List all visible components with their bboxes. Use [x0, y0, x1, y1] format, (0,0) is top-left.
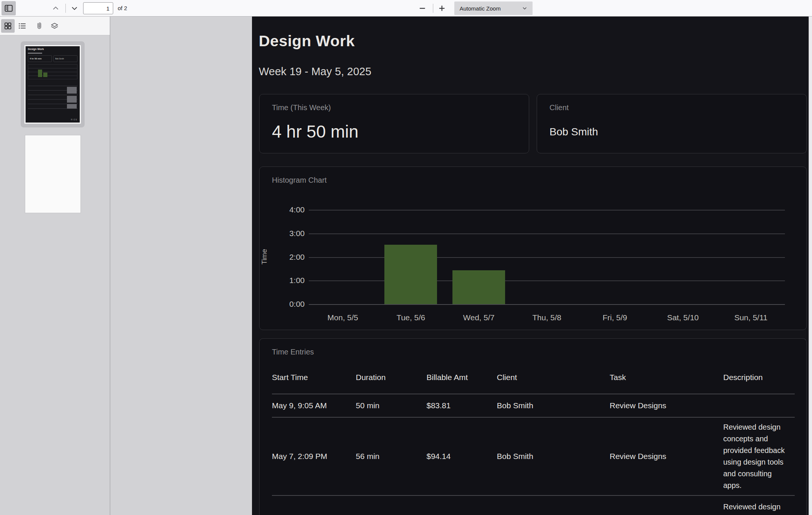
- time-entries-table: Start TimeDurationBillable AmtClientTask…: [272, 361, 795, 515]
- chart-x-tick: Thu, 5/8: [513, 313, 581, 322]
- thumbnail-client-card-sketch: Bob Smith: [53, 55, 77, 62]
- table-header-row: Start TimeDurationBillable AmtClientTask…: [272, 361, 795, 394]
- chart-x-tick: Sun, 5/11: [717, 313, 785, 322]
- layers-icon: [50, 22, 59, 30]
- zoom-level-select[interactable]: Automatic Zoom: [454, 2, 533, 15]
- time-entries-title: Time Entries: [272, 348, 314, 356]
- chart-bar-wed: [452, 270, 505, 304]
- chart-y-tick: 2:00: [271, 253, 305, 262]
- table-cell: May 9, 9:05 AM: [272, 401, 356, 410]
- thumbnail-client-text: Bob Smith: [55, 58, 64, 60]
- document-outline-button[interactable]: [15, 19, 29, 33]
- report-subtitle: Week 19 - May 5, 2025: [259, 65, 371, 78]
- column-header: Task: [610, 373, 723, 382]
- thumbnail-stat-text: 4 hr 50 min: [30, 58, 42, 60]
- pdf-viewer-toolbar: of 2 Automatic Zoom: [0, 0, 812, 17]
- thumbnails-grid-icon: [4, 22, 12, 30]
- time-entries-card: Time Entries Start TimeDurationBillable …: [259, 338, 807, 515]
- table-cell: 56 min: [356, 452, 426, 461]
- outline-list-icon: [18, 22, 26, 30]
- chart-x-tick: Sat, 5/10: [649, 313, 717, 322]
- chart-y-tick: 3:00: [271, 229, 305, 238]
- table-cell: $83.81: [426, 401, 497, 410]
- thumbnail-brand-text: RIZE: [71, 118, 77, 121]
- paperclip-icon: [35, 22, 43, 30]
- table-cell: [426, 496, 497, 501]
- sidebar-view-toolbar: [0, 17, 110, 35]
- sidebar-toggle-icon: [5, 5, 13, 12]
- chart-x-tick: Tue, 5/6: [377, 313, 445, 322]
- thumbnails-view-button[interactable]: [1, 19, 15, 33]
- thumbnail-table-sketch: [28, 82, 77, 109]
- thumbnail-desc-block: [67, 87, 77, 94]
- thumbnail-title-text: Design Work: [28, 48, 44, 50]
- table-cell: Review Designs: [610, 452, 723, 461]
- layers-button[interactable]: [48, 19, 61, 33]
- chart-gridline: [309, 233, 785, 234]
- table-cell: Bob Smith: [497, 452, 610, 461]
- table-cell: Reviewed design: [723, 496, 795, 513]
- table-cell: [272, 496, 356, 501]
- column-header: Start Time: [272, 373, 356, 382]
- sidebar-toggle-button[interactable]: [2, 1, 16, 15]
- chart-y-tick: 0:00: [271, 300, 305, 309]
- page2-thumbnail[interactable]: [25, 135, 80, 213]
- page1-thumbnail[interactable]: Design Work 4 hr 50 min Bob Smith RI: [21, 41, 85, 127]
- chart-y-tick: 4:00: [271, 205, 305, 214]
- chart-gridline: [309, 257, 785, 258]
- toolbar-divider: [433, 4, 433, 13]
- chart-x-tick: Mon, 5/5: [309, 313, 377, 322]
- column-header: Billable Amt: [426, 373, 497, 382]
- table-cell: $94.14: [426, 452, 497, 461]
- thumbnail-chart-sketch: [28, 64, 77, 79]
- page1-thumbnail-preview: Design Work 4 hr 50 min Bob Smith RI: [26, 46, 80, 123]
- zoom-out-button[interactable]: [416, 2, 428, 14]
- toolbar-divider: [65, 4, 66, 13]
- thumbnails-sidebar: Design Work 4 hr 50 min Bob Smith RI: [0, 17, 110, 515]
- zoom-level-value: Automatic Zoom: [460, 5, 522, 12]
- client-label: Client: [549, 103, 569, 112]
- chart-y-tick: 1:00: [271, 276, 305, 285]
- client-card: Client Bob Smith: [537, 94, 807, 153]
- histogram-card: Histogram Chart Time 4:003:002:001:000:0…: [259, 167, 807, 330]
- time-this-week-value: 4 hr 50 min: [272, 121, 358, 142]
- client-value: Bob Smith: [549, 126, 598, 138]
- thumbnail-subtitle-sketch: [28, 53, 42, 54]
- vertical-scrollbar[interactable]: [809, 17, 812, 515]
- column-header: Duration: [356, 373, 426, 382]
- column-header: Description: [723, 373, 795, 382]
- previous-page-button[interactable]: [50, 2, 62, 14]
- table-row: Reviewed design: [272, 496, 795, 515]
- table-row: May 9, 9:05 AM50 min$83.81Bob SmithRevie…: [272, 394, 795, 418]
- chart-bar-tue: [384, 245, 437, 304]
- chart-y-axis-label: Time: [260, 249, 269, 265]
- table-cell: [610, 496, 723, 501]
- table-cell: [497, 496, 610, 501]
- thumbnail-stat-card-sketch: 4 hr 50 min: [28, 55, 52, 62]
- page-number-input[interactable]: [83, 2, 113, 14]
- minus-icon: [419, 5, 426, 12]
- table-cell: Review Designs: [610, 401, 723, 410]
- table-row: May 7, 2:09 PM56 min$94.14Bob SmithRevie…: [272, 418, 795, 496]
- thumbnail-desc-block: [67, 104, 77, 109]
- chevron-down-icon: [71, 5, 78, 12]
- report-title: Design Work: [259, 32, 355, 50]
- page-count-label: of 2: [118, 0, 127, 17]
- thumbnail-bar: [43, 73, 47, 77]
- thumbnail-bar: [38, 70, 42, 77]
- chart-gridline: [309, 304, 785, 305]
- time-this-week-label: Time (This Week): [272, 103, 331, 112]
- chevron-down-icon: [522, 6, 527, 11]
- zoom-in-button[interactable]: [436, 2, 448, 14]
- chart-x-tick: Wed, 5/7: [445, 313, 513, 322]
- page1-thumbnail-sheet: Design Work 4 hr 50 min Bob Smith RI: [24, 45, 81, 124]
- next-page-button[interactable]: [68, 2, 80, 14]
- table-cell: 50 min: [356, 401, 426, 410]
- chart-gridline: [309, 210, 785, 211]
- thumbnail-desc-block: [67, 96, 77, 103]
- table-cell: Bob Smith: [497, 401, 610, 410]
- chart-gridline: [309, 280, 785, 281]
- attachments-button[interactable]: [32, 19, 46, 33]
- plus-icon: [439, 5, 445, 12]
- column-header: Client: [497, 373, 610, 382]
